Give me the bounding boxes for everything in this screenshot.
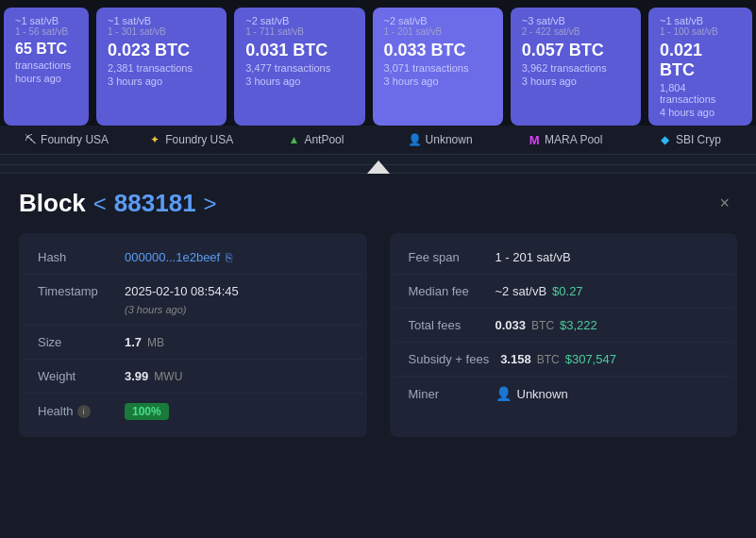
block-header: Block < 883181 > × (19, 189, 737, 218)
right-info-section: Fee span 1 - 201 sat/vB Median fee ~2 sa… (390, 233, 738, 437)
subsidy-row: Subsidy + fees 3.158 BTC $307,547 (394, 343, 734, 377)
miner-label: Miner (409, 387, 484, 401)
health-info-icon[interactable]: i (77, 405, 91, 418)
sbi-icon: ◆ (659, 133, 672, 146)
total-fees-value: 0.033 BTC $3,222 (496, 318, 597, 332)
miner-name-value: Unknown (517, 387, 568, 401)
foundry-icon-2: ✦ (148, 133, 161, 146)
fee-span-row: Fee span 1 - 201 sat/vB (394, 241, 734, 275)
miner-user-icon: 👤 (496, 386, 512, 401)
block-card-6[interactable]: ~1 sat/vB 1 - 100 sat/vB 0.021 BTC 1,804… (648, 8, 752, 126)
card5-time: 3 hours ago (522, 76, 630, 87)
miner-unknown[interactable]: 👤 Unknown (378, 131, 503, 148)
subsidy-unit: BTC (537, 353, 560, 366)
block-card-3[interactable]: ~2 sat/vB 1 - 711 sat/vB 0.031 BTC 3,477… (234, 8, 364, 126)
card4-btc: 0.033 BTC (384, 41, 492, 60)
miner-sbi[interactable]: ◆ SBI Cryp (628, 131, 752, 148)
fee-span-value: 1 - 201 sat/vB (496, 250, 571, 264)
card6-sat-range: 1 - 100 sat/vB (660, 26, 741, 37)
card6-time: 4 hours ago (660, 107, 741, 118)
card5-sat-range: 2 - 422 sat/vB (522, 26, 630, 37)
health-value: 100% (125, 403, 169, 420)
blocks-carousel: ~1 sat/vB 1 - 56 sat/vB 65 BTC transacti… (0, 0, 756, 126)
block-detail-panel: Block < 883181 > × Hash 000000...1e2beef… (0, 174, 756, 538)
hash-link[interactable]: 000000...1e2beef (125, 250, 220, 264)
card2-sat-range: 1 - 301 sat/vB (108, 26, 215, 37)
card1-tx: transactions (15, 59, 77, 71)
card2-time: 3 hours ago (108, 76, 215, 87)
card4-sat-range: 1 - 201 sat/vB (384, 26, 492, 37)
miner-row: Miner 👤 Unknown (394, 377, 734, 411)
card1-btc: 65 BTC (15, 41, 77, 58)
card4-tx: 3,071 transactions (384, 62, 492, 74)
card4-sat-approx: ~2 sat/vB (384, 15, 492, 26)
miner-name-6: SBI Cryp (676, 133, 721, 146)
card3-time: 3 hours ago (245, 76, 353, 87)
miner-foundry-usa-1[interactable]: ⛏ Foundry USA (4, 131, 128, 148)
hash-row: Hash 000000...1e2beef ⎘ (23, 241, 363, 275)
block-card-2[interactable]: ~1 sat/vB 1 - 301 sat/vB 0.023 BTC 2,381… (96, 8, 227, 126)
total-fees-btc: 0.033 (496, 318, 527, 332)
size-number: 1.7 (125, 335, 142, 349)
block-number: 883181 (114, 189, 196, 218)
miner-mara[interactable]: M MARA Pool (503, 131, 628, 148)
weight-value: 3.99 MWU (125, 369, 182, 383)
info-grid: Hash 000000...1e2beef ⎘ Timestamp 2025-0… (19, 233, 737, 437)
miner-name-2: Foundry USA (165, 133, 233, 146)
card3-sat-range: 1 - 711 sat/vB (245, 26, 353, 37)
median-fee-label: Median fee (409, 284, 484, 298)
close-button[interactable]: × (712, 190, 737, 217)
timestamp-value: 2025-02-10 08:54:45 (3 hours ago) (125, 284, 239, 315)
miner-name-1: Foundry USA (41, 133, 109, 146)
block-card-5[interactable]: ~3 sat/vB 2 - 422 sat/vB 0.057 BTC 3,962… (511, 8, 641, 126)
copy-icon[interactable]: ⎘ (226, 251, 232, 264)
card2-sat-approx: ~1 sat/vB (108, 15, 215, 26)
hash-value: 000000...1e2beef ⎘ (125, 250, 232, 264)
timestamp-main: 2025-02-10 08:54:45 (125, 284, 239, 298)
miner-value: 👤 Unknown (496, 386, 568, 401)
card1-sat-approx: ~1 sat/vB (15, 15, 77, 26)
total-fees-usd: $3,222 (560, 318, 597, 332)
block-nav-prev[interactable]: < (93, 191, 107, 217)
weight-number: 3.99 (125, 369, 148, 383)
card2-tx: 2,381 transactions (108, 62, 215, 74)
size-value: 1.7 MB (125, 335, 164, 349)
miner-foundry-usa-2[interactable]: ✦ Foundry USA (128, 131, 253, 148)
health-row: Health i 100% (23, 394, 363, 429)
fee-span-label: Fee span (409, 250, 484, 264)
arrow-up-icon (367, 160, 390, 174)
subsidy-usd: $307,547 (565, 352, 616, 366)
fee-span-text: 1 - 201 sat/vB (496, 250, 571, 264)
size-label: Size (38, 335, 113, 349)
mara-icon: M (528, 133, 541, 146)
card5-sat-approx: ~3 sat/vB (522, 15, 630, 26)
health-badge: 100% (125, 403, 169, 420)
weight-unit: MWU (154, 370, 182, 383)
total-fees-label: Total fees (409, 318, 484, 332)
median-fee-text: ~2 sat/vB (496, 284, 547, 298)
card1-time: hours ago (15, 73, 77, 84)
block-card-4[interactable]: ~2 sat/vB 1 - 201 sat/vB 0.033 BTC 3,071… (373, 8, 503, 126)
miner-name-5: MARA Pool (545, 133, 602, 146)
left-info-section: Hash 000000...1e2beef ⎘ Timestamp 2025-0… (19, 233, 367, 437)
card6-tx: 1,804 transactions (660, 82, 741, 105)
hash-label: Hash (38, 250, 113, 264)
miner-antpool[interactable]: ▲ AntPool (253, 131, 378, 148)
block-nav-next[interactable]: > (204, 191, 217, 217)
arrow-indicator (0, 155, 756, 174)
health-label-group: Health i (38, 404, 113, 418)
total-fees-unit: BTC (531, 319, 554, 332)
subsidy-btc: 3.158 (500, 352, 531, 366)
card6-btc: 0.021 BTC (660, 41, 741, 80)
timestamp-label: Timestamp (38, 284, 113, 298)
subsidy-value: 3.158 BTC $307,547 (500, 352, 616, 366)
card2-btc: 0.023 BTC (108, 41, 215, 60)
total-fees-row: Total fees 0.033 BTC $3,222 (394, 309, 734, 343)
card1-sat-range: 1 - 56 sat/vB (15, 26, 77, 37)
block-title-prefix: Block (19, 189, 86, 218)
block-card-1[interactable]: ~1 sat/vB 1 - 56 sat/vB 65 BTC transacti… (4, 8, 89, 126)
miner-name-3: AntPool (304, 133, 344, 146)
subsidy-label: Subsidy + fees (409, 352, 490, 366)
card3-btc: 0.031 BTC (245, 41, 353, 60)
timestamp-row: Timestamp 2025-02-10 08:54:45 (3 hours a… (23, 275, 363, 326)
